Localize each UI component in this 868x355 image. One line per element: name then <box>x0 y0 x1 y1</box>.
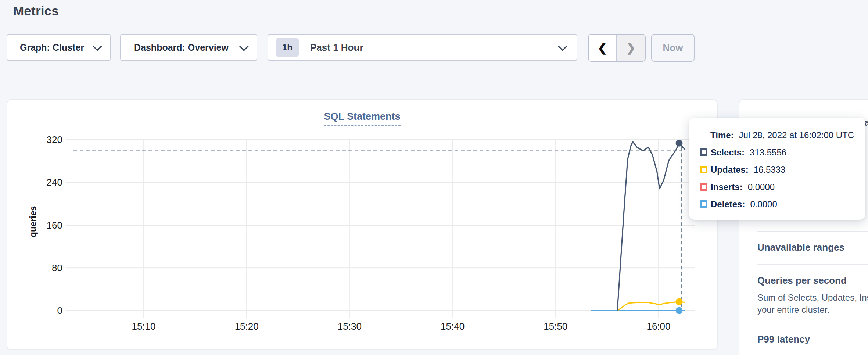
tooltip-series-value: 313.5556 <box>750 147 786 158</box>
chevron-left-icon: ❮ <box>598 41 607 55</box>
svg-text:15:10: 15:10 <box>132 321 155 332</box>
graph-scope-dropdown[interactable]: Graph: Cluster <box>7 34 111 61</box>
divider <box>757 231 868 232</box>
sidebar-description-line: Sum of Selects, Updates, Inser <box>757 293 868 303</box>
divider <box>757 324 868 324</box>
dashboard-dropdown-label: Dashboard: Overview <box>134 42 229 53</box>
chevron-down-icon <box>558 42 567 51</box>
tooltip-time-row: Time: Jul 28, 2022 at 16:02:00 UTC <box>710 126 858 144</box>
time-range-badge: 1h <box>276 38 299 57</box>
dashboard-dropdown[interactable]: Dashboard: Overview <box>120 34 257 61</box>
sidebar-heading-unavailable-ranges: Unavailable ranges <box>757 242 844 253</box>
tooltip-deletes-row: Deletes: 0.0000 <box>700 196 858 213</box>
chevron-right-icon: ❯ <box>626 41 636 55</box>
tooltip-series-label: Deletes: <box>711 199 745 209</box>
deletes-series-swatch-icon <box>700 200 707 208</box>
tooltip-series-value: 0.0000 <box>748 182 775 192</box>
svg-text:15:40: 15:40 <box>441 321 465 332</box>
svg-text:15:50: 15:50 <box>544 321 567 332</box>
tooltip-series-value: 16.5333 <box>754 165 786 175</box>
sql-statements-chart-card: SQL Statements queries 08016024032015:10… <box>7 99 718 350</box>
updates-series-swatch-icon <box>700 166 707 173</box>
sql-statements-plot[interactable]: 08016024032015:1015:2015:3015:4015:5016:… <box>7 100 718 351</box>
svg-text:240: 240 <box>47 177 62 188</box>
selects-series-swatch-icon <box>700 148 707 156</box>
next-window-button-disabled[interactable]: ❯ <box>617 35 645 61</box>
sidebar-heading-queries-per-second: Queries per second <box>757 275 847 286</box>
time-range-label: Past 1 Hour <box>310 42 552 53</box>
svg-text:15:30: 15:30 <box>338 321 362 332</box>
now-button-disabled[interactable]: Now <box>651 34 695 62</box>
page-title: Metrics <box>13 4 59 18</box>
sidebar-heading-p99-latency: P99 latency <box>757 334 810 345</box>
tooltip-time-label: Time: <box>710 130 734 140</box>
svg-text:160: 160 <box>47 220 62 231</box>
inserts-series-swatch-icon <box>700 183 707 191</box>
svg-text:320: 320 <box>47 134 62 145</box>
svg-text:0: 0 <box>57 305 62 316</box>
time-range-dropdown[interactable]: 1h Past 1 Hour <box>268 34 577 61</box>
chevron-down-icon <box>93 42 102 51</box>
tooltip-series-label: Updates: <box>711 165 749 175</box>
tooltip-updates-row: Updates: 16.5333 <box>700 161 858 178</box>
tooltip-series-label: Inserts: <box>711 182 743 192</box>
previous-window-button[interactable]: ❮ <box>589 35 617 61</box>
tooltip-inserts-row: Inserts: 0.0000 <box>700 178 858 196</box>
sidebar-description-line: your entire cluster. <box>757 305 829 315</box>
divider <box>757 264 868 265</box>
chevron-down-icon <box>239 42 248 51</box>
svg-text:15:20: 15:20 <box>235 321 259 332</box>
tooltip-selects-row: Selects: 313.5556 <box>700 144 858 161</box>
chart-hover-tooltip: Time: Jul 28, 2022 at 16:02:00 UTC Selec… <box>689 118 865 220</box>
tooltip-series-value: 0.0000 <box>750 199 777 209</box>
tooltip-series-label: Selects: <box>711 147 745 158</box>
graph-scope-dropdown-label: Graph: Cluster <box>20 42 84 53</box>
svg-text:16:00: 16:00 <box>646 321 670 332</box>
svg-text:80: 80 <box>52 262 62 273</box>
tooltip-time-value: Jul 28, 2022 at 16:02:00 UTC <box>739 130 854 140</box>
time-window-nav: ❮ ❯ <box>588 34 646 62</box>
